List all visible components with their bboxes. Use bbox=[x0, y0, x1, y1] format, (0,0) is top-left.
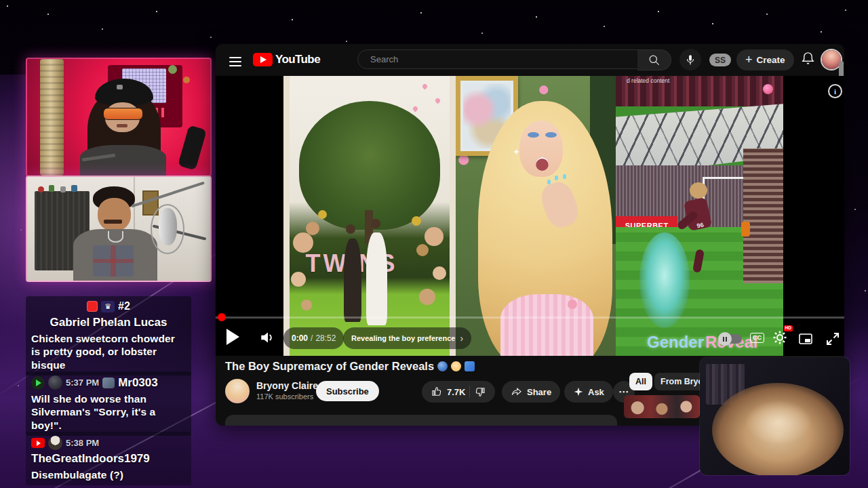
settings-button[interactable]: HD bbox=[772, 329, 788, 348]
search-button[interactable] bbox=[637, 49, 671, 70]
chat-username: Mr0303 bbox=[118, 376, 158, 390]
balloon bbox=[301, 300, 312, 310]
like-count[interactable]: 7.7K bbox=[447, 387, 465, 397]
subscribe-button[interactable]: Subscribe bbox=[316, 381, 379, 401]
mic-icon bbox=[684, 54, 696, 66]
cc-icon: CC bbox=[753, 334, 762, 341]
fullscreen-button[interactable] bbox=[825, 331, 841, 350]
gender-reveal-clip: TWINS bbox=[283, 76, 456, 356]
green-play-badge-icon bbox=[31, 376, 45, 390]
chapter-button[interactable]: Revealing the boy preference › bbox=[343, 327, 471, 349]
voice-search-button[interactable] bbox=[679, 49, 701, 70]
thumbs-up-icon[interactable] bbox=[431, 386, 443, 398]
chat-username: TheGreatIndoors1979 bbox=[31, 452, 186, 466]
blue-square-emoji bbox=[465, 361, 475, 371]
mother-head bbox=[371, 219, 380, 228]
thumbs-down-icon[interactable] bbox=[474, 386, 486, 398]
channel-avatar[interactable] bbox=[225, 379, 250, 403]
info-icon[interactable] bbox=[828, 84, 842, 98]
video-player[interactable]: TWINS bbox=[216, 76, 844, 356]
watermark-gender: Gender bbox=[647, 333, 704, 352]
chat-avatar bbox=[48, 436, 62, 450]
balloon bbox=[416, 244, 429, 256]
fan-orange bbox=[741, 222, 750, 237]
host-mouth bbox=[117, 124, 127, 127]
ss-extension-badge[interactable]: SS bbox=[709, 54, 731, 66]
miniplayer-button[interactable] bbox=[797, 331, 814, 350]
chat-timestamp: 5:37 PM bbox=[66, 378, 99, 388]
hd-quality-badge: HD bbox=[784, 325, 793, 331]
expecting-father bbox=[344, 239, 361, 323]
member-badge-icon bbox=[87, 301, 98, 312]
youtube-logo[interactable]: YouTube bbox=[253, 53, 320, 66]
guest-mustache bbox=[104, 220, 122, 224]
play-button[interactable] bbox=[226, 329, 239, 345]
webcam-host-bottom bbox=[26, 176, 212, 282]
share-button[interactable]: Share bbox=[502, 381, 560, 403]
chat-message: 5:38 PM TheGreatIndoors1979 Disembulagat… bbox=[26, 432, 191, 485]
ask-button[interactable]: Ask bbox=[564, 381, 613, 403]
search-input[interactable] bbox=[369, 54, 637, 65]
current-time: 0:00 bbox=[292, 333, 308, 343]
volume-button[interactable] bbox=[259, 329, 277, 349]
wave-badge-icon bbox=[102, 378, 115, 388]
blue-nail bbox=[547, 180, 551, 184]
subscribe-label: Subscribe bbox=[326, 386, 369, 396]
eye-makeup bbox=[545, 132, 557, 138]
gear-icon bbox=[772, 329, 788, 346]
smiling-mouth bbox=[536, 157, 549, 171]
balloon bbox=[291, 272, 306, 287]
chat-rank: #2 bbox=[118, 300, 130, 312]
create-label: Create bbox=[757, 55, 785, 65]
shirt-print bbox=[93, 245, 133, 277]
share-label: Share bbox=[527, 387, 551, 397]
menu-icon[interactable] bbox=[229, 54, 241, 69]
jersey-number: 96 bbox=[696, 221, 704, 229]
necklace bbox=[108, 231, 123, 243]
subscriber-count: 117K subscribers bbox=[256, 392, 313, 401]
like-dislike-pill: 7.7K bbox=[422, 381, 495, 403]
sideline-crowd bbox=[743, 148, 783, 283]
crown-badge-icon: ♛ bbox=[101, 301, 115, 312]
plush-toy bbox=[183, 77, 190, 83]
subtitles-button[interactable]: CC bbox=[750, 333, 764, 343]
progress-scrubber[interactable] bbox=[218, 313, 226, 321]
fur-highlight bbox=[745, 400, 812, 445]
chat-text: Disembulagate (?) bbox=[31, 468, 186, 481]
volume-icon bbox=[259, 329, 277, 346]
balloon bbox=[412, 216, 421, 226]
host-shirt bbox=[80, 145, 166, 176]
sparkle-icon bbox=[573, 386, 584, 397]
filter-chip-all[interactable]: All bbox=[629, 373, 652, 390]
balloon bbox=[293, 232, 313, 253]
video-title: The Boy Supremacy of Gender Reveals bbox=[225, 360, 434, 373]
channel-name[interactable]: Bryony Claire bbox=[256, 380, 318, 391]
player-hair bbox=[690, 182, 707, 199]
youtube-logo-text: YouTube bbox=[275, 53, 320, 66]
stadium-clip: SUPERBET 96 bbox=[616, 76, 783, 356]
description-box[interactable] bbox=[225, 415, 617, 426]
progress-bar[interactable] bbox=[216, 317, 844, 319]
notifications-button[interactable] bbox=[800, 51, 816, 69]
balloon bbox=[419, 289, 435, 305]
autoplay-toggle[interactable] bbox=[719, 334, 742, 344]
chevron-right-icon: › bbox=[460, 333, 463, 344]
play-icon bbox=[226, 329, 239, 345]
reaction-cam-clip bbox=[456, 76, 616, 356]
share-icon bbox=[511, 386, 523, 398]
plus-icon: + bbox=[745, 53, 753, 67]
baby-emoji bbox=[451, 361, 461, 371]
recommended-thumbnail[interactable] bbox=[624, 395, 700, 418]
starfield bbox=[7, 5, 8, 7]
chat-text: Chicken sweetcorn chowder is pretty good… bbox=[31, 332, 186, 371]
time-separator: / bbox=[311, 333, 313, 343]
balloon bbox=[306, 222, 319, 235]
shelf-figurine bbox=[71, 185, 77, 192]
shelf-figurine bbox=[49, 185, 54, 192]
account-avatar[interactable] bbox=[822, 50, 841, 69]
pill-divider bbox=[469, 386, 470, 398]
create-button[interactable]: + Create bbox=[736, 49, 794, 70]
chat-username: Gabriel Phelan Lucas bbox=[50, 316, 167, 329]
balloon bbox=[425, 227, 443, 246]
time-display: 0:00 / 28:52 bbox=[283, 327, 344, 349]
